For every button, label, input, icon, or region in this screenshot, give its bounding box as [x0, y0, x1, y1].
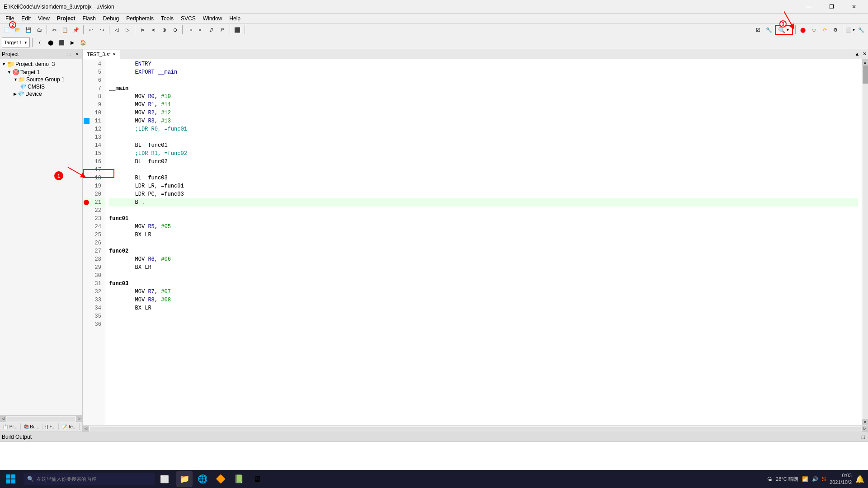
stop-button[interactable]: ⬭ [809, 25, 819, 35]
tree-project[interactable]: ▼ 📁 Project: demo_3 [1, 60, 81, 68]
tb2-btn3[interactable]: ⬛ [57, 38, 66, 47]
minimize-button[interactable]: — [798, 0, 819, 14]
panel-close-button[interactable]: ✕ [74, 51, 80, 57]
copy-button[interactable]: 📋 [60, 25, 70, 35]
uncomment-button[interactable]: /* [217, 25, 227, 35]
scroll-down[interactable]: ▼ [862, 419, 868, 425]
notification-icon[interactable]: 🔔 [855, 475, 864, 483]
code-line-24: MOV R5, #05 [109, 223, 858, 231]
settings-button[interactable]: 🔧 [856, 25, 866, 35]
maximize-button[interactable]: ❐ [821, 0, 842, 14]
app-orange-button[interactable]: 🔶 [212, 471, 229, 487]
nav-next-button[interactable]: ▷ [123, 25, 132, 35]
hscroll-left[interactable]: ◁ [83, 426, 89, 432]
menu-flash[interactable]: Flash [79, 14, 99, 23]
outdent-button[interactable]: ⇤ [196, 25, 206, 35]
reset-button[interactable]: ⟳ [820, 25, 830, 35]
app-blue-button[interactable]: 🖥 [249, 471, 265, 487]
panel-tab-templates[interactable]: 📝 Te... [59, 423, 80, 430]
cut-button[interactable]: ✂ [49, 25, 59, 35]
run-button[interactable]: ⬤ [798, 25, 808, 35]
app-green-button[interactable]: 📗 [231, 471, 247, 487]
taskview-button[interactable]: ⬜ [156, 471, 173, 487]
nav-prev-button[interactable]: ◁ [112, 25, 122, 35]
indent-button[interactable]: ⇥ [185, 25, 195, 35]
menu-window[interactable]: Window [199, 14, 226, 23]
menu-debug[interactable]: Debug [99, 14, 123, 23]
menu-view[interactable]: View [34, 14, 53, 23]
check-button[interactable]: ☑ [753, 25, 763, 35]
toolbar-separator-3 [109, 25, 109, 34]
save-all-button[interactable]: 🗂 [34, 25, 44, 35]
tb2-btn1[interactable]: ⟨ [35, 38, 45, 47]
trace-button[interactable]: ⚙ [830, 25, 840, 35]
bookmark-prev[interactable]: ⊳ [137, 25, 147, 35]
menu-peripherals[interactable]: Peripherals [123, 14, 157, 23]
line-24: 24 [83, 223, 105, 231]
tree-expand-source-group[interactable]: ▼ [14, 77, 18, 82]
scroll-right[interactable]: ▷ [76, 416, 82, 422]
code-line-20: LDR PC, =func03 [109, 190, 858, 198]
tb2-btn2[interactable]: ⬤ [46, 38, 56, 47]
tree-cmsis[interactable]: 💎 CMSIS [1, 83, 81, 90]
view-button[interactable]: ⬜▼ [845, 25, 855, 35]
vertical-scrollbar[interactable]: ▲ ▼ [862, 59, 868, 425]
redo-button[interactable]: ↪ [97, 25, 107, 35]
paste-button[interactable]: 📌 [71, 25, 81, 35]
bookmark-set[interactable]: ⊕ [159, 25, 169, 35]
tab-nav: ▲ ✕ [854, 49, 868, 59]
component-button[interactable]: 🔧 [764, 25, 774, 35]
scroll-left[interactable]: ◁ [0, 416, 6, 422]
tab-collapse-button[interactable]: ▲ [854, 49, 861, 59]
save-button[interactable]: 💾 [24, 25, 33, 35]
build-target-button[interactable]: ⬛ [232, 25, 242, 35]
close-button[interactable]: ✕ [844, 0, 864, 14]
bookmark-next[interactable]: ⊲ [148, 25, 158, 35]
target-dropdown[interactable]: Target 1 ▼ [2, 38, 30, 47]
file-explorer-button[interactable]: 📁 [176, 471, 193, 487]
start-button[interactable] [0, 470, 22, 488]
menu-edit[interactable]: Edit [18, 14, 34, 23]
code-content[interactable]: ENTRY EXPORT __main __main MOV R0, #10 M… [105, 59, 862, 425]
horizontal-scrollbar[interactable]: ◁ ▷ [83, 425, 868, 432]
panel-tab-project[interactable]: 📋 Pr... [0, 423, 21, 430]
tree-expand-target[interactable]: ▼ [7, 70, 11, 75]
project-tree: ▼ 📁 Project: demo_3 ▼ 🎯 Target 1 ▼ 📁 Sou… [0, 59, 82, 415]
source-group-label: Source Group 1 [26, 76, 65, 83]
scroll-track[interactable] [7, 417, 75, 421]
undo-button[interactable]: ↩ [86, 25, 96, 35]
menu-help[interactable]: Help [226, 14, 244, 23]
build-output-undock[interactable]: ⬚ [860, 434, 866, 440]
tree-target[interactable]: ▼ 🎯 Target 1 [1, 68, 81, 76]
menu-svcs[interactable]: SVCS [177, 14, 199, 23]
panel-tab-functions[interactable]: {} F... [42, 423, 59, 430]
browser-button[interactable]: 🌐 [194, 471, 211, 487]
hscroll-right[interactable]: ▷ [862, 426, 868, 432]
taskbar-search-container[interactable]: 🔍 在这里输入你要搜索的内容 [24, 473, 155, 485]
weather-temp: 28°C 晴朗 [776, 476, 798, 483]
scroll-thumb-v[interactable] [863, 66, 868, 84]
scroll-track-v[interactable] [863, 66, 868, 419]
tree-device[interactable]: ▶ 💎 Device [1, 90, 81, 98]
tree-source-group[interactable]: ▼ 📁 Source Group 1 [1, 76, 81, 83]
editor-tab-test3[interactable]: TEST_3.s* ✕ [83, 50, 120, 59]
tree-expand-device[interactable]: ▶ [14, 92, 17, 96]
menu-project[interactable]: Project [53, 14, 79, 23]
menu-tools[interactable]: Tools [157, 14, 177, 23]
tb2-btn5[interactable]: 🏠 [78, 38, 88, 47]
taskbar-right: 🌤 28°C 晴朗 📶 🔊 S 0:032021/10/2 🔔 [767, 472, 868, 486]
scroll-up[interactable]: ▲ [862, 59, 868, 66]
tb2-btn4[interactable]: ▶ [67, 38, 77, 47]
comment-button[interactable]: // [207, 25, 217, 35]
panel-tab-books[interactable]: 📚 Bu... [21, 423, 42, 430]
hscroll-track[interactable] [90, 427, 861, 431]
panel-undock-button[interactable]: ⬚ [66, 51, 72, 57]
menu-file[interactable]: File [2, 14, 18, 23]
editor-tab-close-icon[interactable]: ✕ [113, 52, 116, 56]
project-label: Project: demo_3 [15, 61, 55, 67]
tree-expand-project[interactable]: ▼ [2, 62, 6, 66]
tab-expand-button[interactable]: ✕ [861, 49, 868, 59]
bookmark-clear[interactable]: ⊖ [170, 25, 180, 35]
project-hscroll[interactable]: ◁ ▷ [0, 415, 82, 422]
window-controls: — ❐ ✕ [798, 0, 864, 14]
